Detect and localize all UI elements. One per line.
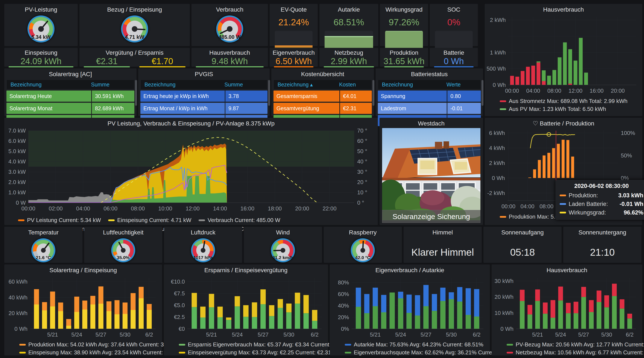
eigenverbrauch-autarkie-chart[interactable]: 0%20%40%60%80%5/215/245/275/306/2 bbox=[332, 275, 487, 339]
solarertrag-einspeisung-chart[interactable]: 0 Wh20 kWh40 kWh60 kWh5/215/245/275/306/… bbox=[6, 275, 159, 339]
panel-title[interactable]: Westdach bbox=[382, 119, 480, 128]
panel-verguetung-ersparnis: Vergütung / Ersparnis €2.31 €1.70 bbox=[80, 48, 190, 67]
temperatur-gauge: 21.6 °C bbox=[31, 238, 56, 262]
legend-item[interactable]: Ersparnis Eigenverbrauch Max: €5.37 Avg:… bbox=[179, 341, 326, 348]
table-header[interactable]: BezeichnungSumme bbox=[6, 80, 134, 89]
panel-title[interactable]: Autarkie bbox=[322, 5, 376, 14]
legend-item[interactable]: Aus PV Max: 1.23 kWh Total: 6.50 kWh bbox=[500, 106, 640, 112]
panel-title[interactable]: Raspberry bbox=[326, 228, 400, 237]
svg-text:4 kWh: 4 kWh bbox=[489, 145, 505, 151]
stat-underline bbox=[84, 66, 130, 67]
panel-title[interactable]: Kostenübersicht bbox=[274, 70, 372, 79]
bargauge-value: 68.51% bbox=[322, 17, 376, 27]
scrollbar[interactable] bbox=[268, 80, 270, 106]
stat-value: 9.48 kWh bbox=[194, 56, 266, 66]
hausverbrauch-today-chart[interactable]: 0 Wh500 Wh1 kWh2 kWh00:0004:0008:0012:00… bbox=[487, 14, 639, 96]
panel-title[interactable]: Wind bbox=[246, 228, 320, 237]
hausverbrauch-daily-chart[interactable]: 0 Wh10 kWh20 kWh30 kWh5/215/245/275/306/… bbox=[494, 275, 639, 339]
legend-item[interactable]: Einspeisung Max: 38.90 kWh Avg: 23.54 kW… bbox=[19, 349, 160, 356]
legend-item[interactable]: PV Leistung Current: 5.34 kW bbox=[18, 217, 101, 224]
panel-title[interactable]: Einspeisung bbox=[6, 49, 76, 56]
svg-text:4.0 kW: 4.0 kW bbox=[8, 158, 26, 165]
panel-title[interactable]: Bezug / Einspeisung bbox=[82, 5, 188, 14]
table-row: Gesamtvergütung€2.31 bbox=[274, 103, 372, 114]
legend-color-icon bbox=[19, 344, 26, 346]
scrollbar[interactable] bbox=[135, 80, 137, 106]
panel-title[interactable]: Ersparnis / Einspeisevergütung bbox=[166, 266, 326, 275]
svg-text:5/24: 5/24 bbox=[232, 332, 243, 338]
legend-item[interactable]: Verbrauch Current: 485.00 W bbox=[198, 217, 280, 224]
panel-title[interactable]: Batterie bbox=[432, 49, 476, 56]
gauge-value: 35.0% bbox=[111, 255, 135, 260]
panel-title[interactable]: Sonnenuntergang bbox=[566, 228, 639, 237]
panel-title[interactable]: Sonnenaufgang bbox=[486, 228, 560, 237]
legend-item[interactable]: Aus Stromnetz Max: 689.08 Wh Total: 2.99… bbox=[500, 98, 640, 104]
legend-item[interactable]: PV-Bezug Max: 20.56 kWh Avg: 12.77 kWh C… bbox=[506, 341, 640, 348]
svg-text:6.0 kW: 6.0 kW bbox=[8, 138, 26, 144]
panel-title[interactable]: Solarertrag / Einspeisung bbox=[6, 266, 160, 275]
svg-text:5/27: 5/27 bbox=[258, 332, 268, 338]
panel-title[interactable]: Hausverbrauch bbox=[194, 49, 266, 56]
svg-text:0 Wh: 0 Wh bbox=[500, 326, 514, 332]
svg-text:5/21: 5/21 bbox=[206, 332, 217, 338]
svg-text:0%: 0% bbox=[341, 326, 349, 332]
legend-item[interactable]: Autarkie Max: 75.63% Avg: 64.23% Current… bbox=[345, 341, 488, 348]
legend-item[interactable]: Einspeisevergütung Max: €3.73 Avg: €2.25… bbox=[179, 349, 326, 356]
stat-underline bbox=[384, 66, 424, 67]
solaranzeige-sicherung-link[interactable]: Solaranzeige Sicherung bbox=[382, 210, 480, 223]
panel-netzbezug-stat: Netzbezug 2.99 kWh bbox=[320, 48, 378, 67]
ersparnis-chart[interactable]: €0€2.5€5.0€7.5€10.05/215/245/275/306/2 bbox=[166, 275, 325, 339]
panel-title[interactable]: Hausverbrauch bbox=[487, 5, 640, 14]
table-header[interactable]: BezeichnungSumme bbox=[140, 80, 268, 89]
panel-title[interactable]: PV-Leistung bbox=[6, 5, 76, 14]
panel-title[interactable]: Netzbezug bbox=[322, 49, 376, 56]
legend-item[interactable]: Einspeisung Current: 4.71 kW bbox=[108, 217, 191, 224]
svg-text:0 °: 0 ° bbox=[357, 199, 364, 206]
table-header[interactable]: Bezeichnung ▴Kosten bbox=[274, 80, 372, 89]
svg-text:5.0 kW: 5.0 kW bbox=[8, 148, 26, 154]
panel-title[interactable]: ♡ Batterie / Produktion bbox=[487, 119, 640, 128]
panel-title[interactable]: Solarertrag [AC] bbox=[6, 70, 134, 79]
gauge-value: 21.6 °C bbox=[31, 255, 56, 260]
panel-eigenverbrauch-stat: Eigenverbrauch 6.50 kWh bbox=[270, 48, 318, 67]
svg-text:2.0 kW: 2.0 kW bbox=[8, 179, 26, 185]
legend-color-icon bbox=[500, 216, 506, 218]
panel-title[interactable]: Luftfeuchtigkeit bbox=[86, 228, 160, 237]
gauge-hub bbox=[132, 26, 137, 31]
panel-title[interactable]: Verbrauch bbox=[194, 5, 266, 14]
panel-title[interactable]: Luftdruck bbox=[166, 228, 240, 237]
panel-title[interactable]: Hausverbrauch bbox=[494, 266, 640, 275]
stat-underline bbox=[274, 66, 314, 67]
panel-title[interactable]: Produktion bbox=[382, 49, 426, 56]
pv-leistung-verbrauch-chart[interactable]: 0 W1.0 kW2.0 kW3.0 kW4.0 kW5.0 kW6.0 kW7… bbox=[6, 128, 375, 213]
panel-hausverbrauch-stat: Hausverbrauch 9.48 kWh bbox=[192, 48, 268, 67]
stat-value: 6.50 kWh bbox=[272, 56, 316, 66]
legend-item[interactable]: Eigenverbrauchsquote Max: 62.62% Avg: 36… bbox=[345, 349, 488, 356]
panel-title[interactable]: SOC bbox=[432, 5, 476, 14]
panel-title[interactable]: Wirkungsgrad bbox=[382, 5, 426, 14]
panel-title[interactable]: PVGIS bbox=[140, 70, 268, 79]
svg-text:6/2: 6/2 bbox=[473, 332, 480, 338]
svg-text:12:00: 12:00 bbox=[568, 87, 582, 94]
panel-solarertrag-einspeisung: Solarertrag / Einspeisung 0 Wh20 kWh40 k… bbox=[4, 265, 162, 356]
panel-title[interactable]: Vergütung / Ersparnis bbox=[82, 49, 188, 56]
table-header[interactable]: BezeichnungWerte bbox=[378, 80, 481, 89]
panel-title[interactable]: PV Leistung, Verbrauch & Einspeisung / P… bbox=[6, 119, 376, 128]
legend-item[interactable]: Produktion Max: 54.02 kWh Avg: 37.64 kWh… bbox=[19, 341, 160, 348]
svg-text:5/24: 5/24 bbox=[395, 332, 406, 338]
scrollbar[interactable] bbox=[482, 80, 484, 106]
panel-title[interactable]: Himmel bbox=[406, 228, 480, 237]
heart-icon: ♡ bbox=[533, 120, 538, 127]
panel-title[interactable]: Temperatur bbox=[6, 228, 80, 237]
panel-title[interactable]: Eigenverbrauch / Autarkie bbox=[332, 266, 488, 275]
svg-text:50%: 50% bbox=[621, 152, 632, 159]
panel-wirkungsgrad: Wirkungsgrad 97.26% bbox=[380, 4, 428, 46]
scrollbar[interactable] bbox=[372, 80, 374, 106]
panel-title[interactable]: Batteriestatus bbox=[378, 70, 481, 79]
stat-value: 24.09 kWh bbox=[6, 56, 76, 66]
panel-title[interactable]: Eigenverbrauch bbox=[272, 49, 316, 56]
pv-leistung-gauge: 5.34 kW bbox=[28, 15, 54, 42]
legend-item[interactable]: Netzbezug Max: 10.56 kWh Avg: 6.77 kWh C… bbox=[506, 349, 640, 356]
autarkie-bargauge: 68.51% bbox=[322, 17, 376, 51]
panel-title[interactable]: EV-Quote bbox=[272, 5, 316, 14]
